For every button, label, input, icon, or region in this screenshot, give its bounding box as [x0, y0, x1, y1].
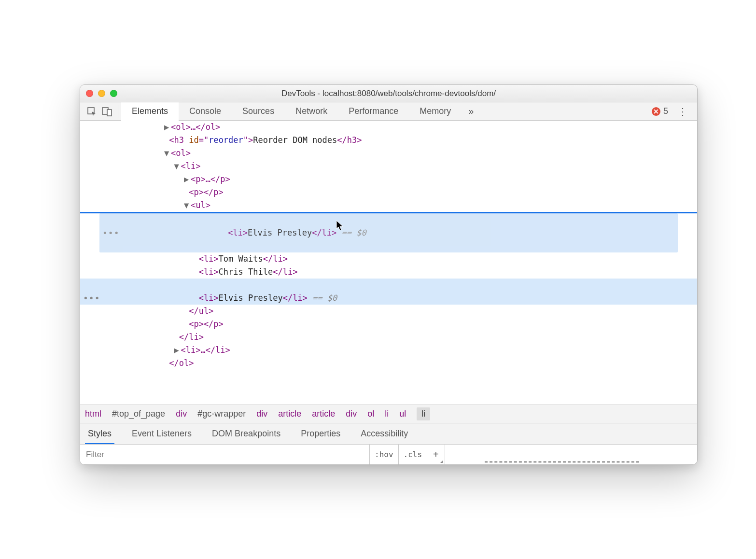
crumb-top-of-page[interactable]: #top_of_page [112, 409, 165, 419]
drag-handle-icon: ••• [102, 226, 120, 239]
dom-node[interactable]: </li> [80, 331, 697, 344]
dom-node[interactable]: ▼<li> [80, 160, 697, 173]
crumb-ol[interactable]: ol [367, 409, 374, 419]
styles-tabbar: Styles Event Listeners DOM Breakpoints P… [80, 423, 697, 444]
tab-memory[interactable]: Memory [409, 102, 462, 121]
window-title: DevTools - localhost:8080/web/tools/chro… [80, 89, 697, 98]
error-badge[interactable]: ✕ 5 [652, 106, 672, 116]
device-toggle-icon[interactable] [99, 104, 115, 119]
cls-toggle[interactable]: .cls [399, 445, 428, 465]
toolbar-separator [118, 105, 118, 118]
dom-node[interactable]: ▼<ul> [80, 199, 697, 212]
tab-console[interactable]: Console [179, 102, 232, 121]
dom-node[interactable]: ▶<p>…</p> [80, 173, 697, 186]
selected-node[interactable]: ••• <li>Elvis Presley</li> == $0 [80, 279, 697, 305]
styles-filter-bar: :hov .cls + [80, 444, 697, 464]
hov-toggle[interactable]: :hov [370, 445, 399, 465]
dom-node[interactable]: <h3 id="reorder">Reorder DOM nodes</h3> [80, 134, 697, 147]
inspect-element-icon[interactable] [84, 104, 99, 119]
dom-node[interactable]: ▶<li>…</li> [80, 344, 697, 357]
dom-node[interactable]: </ul> [80, 305, 697, 318]
dom-node[interactable]: </ol> [80, 357, 697, 370]
svg-rect-2 [107, 110, 112, 116]
crumb-article[interactable]: article [312, 409, 335, 419]
subtab-dom-breakpoints[interactable]: DOM Breakpoints [209, 423, 283, 445]
tabs-overflow-button[interactable]: » [462, 106, 480, 117]
crumb-html[interactable]: html [85, 409, 101, 419]
dom-node[interactable]: ▼<ol> [80, 147, 697, 160]
crumb-ul[interactable]: ul [399, 409, 406, 419]
subtab-event-listeners[interactable]: Event Listeners [129, 423, 195, 445]
titlebar: DevTools - localhost:8080/web/tools/chro… [80, 85, 697, 102]
new-style-rule-button[interactable]: + [427, 445, 445, 465]
crumb-gc-wrapper[interactable]: #gc-wrapper [197, 409, 246, 419]
dom-node[interactable]: <li>Chris Thile</li> [80, 266, 697, 279]
tab-elements[interactable]: Elements [121, 102, 179, 121]
box-model-preview [485, 461, 639, 463]
dom-node[interactable]: <li>Tom Waits</li> [80, 252, 697, 266]
dom-node[interactable]: <p></p> [80, 186, 697, 199]
crumb-li-selected[interactable]: li [417, 407, 430, 420]
subtab-properties[interactable]: Properties [298, 423, 343, 445]
main-toolbar: Elements Console Sources Network Perform… [80, 102, 697, 121]
more-options-icon[interactable]: ⋮ [672, 106, 693, 117]
node-actions-icon[interactable]: ••• [83, 292, 100, 305]
styles-filter-input[interactable] [80, 445, 370, 465]
subtab-accessibility[interactable]: Accessibility [358, 423, 411, 445]
dom-node[interactable]: ▶<ol>…</ol> [80, 121, 697, 134]
dom-node[interactable]: <p></p> [80, 318, 697, 331]
crumb-div[interactable]: div [176, 409, 187, 419]
devtools-window: DevTools - localhost:8080/web/tools/chro… [80, 84, 698, 465]
dragging-node[interactable]: ••• <li>Elvis Presley</li> == $0 [99, 213, 678, 252]
dom-tree[interactable]: ▶<ol>…</ol> <h3 id="reorder">Reorder DOM… [80, 121, 697, 405]
tab-network[interactable]: Network [285, 102, 338, 121]
breadcrumb-bar: html #top_of_page div #gc-wrapper div ar… [80, 405, 697, 423]
crumb-li[interactable]: li [385, 409, 389, 419]
crumb-div[interactable]: div [256, 409, 267, 419]
tab-sources[interactable]: Sources [232, 102, 285, 121]
crumb-div[interactable]: div [346, 409, 357, 419]
tab-performance[interactable]: Performance [338, 102, 409, 121]
error-count: 5 [663, 106, 668, 116]
error-icon: ✕ [652, 107, 660, 116]
subtab-styles[interactable]: Styles [85, 423, 114, 445]
crumb-article[interactable]: article [278, 409, 301, 419]
